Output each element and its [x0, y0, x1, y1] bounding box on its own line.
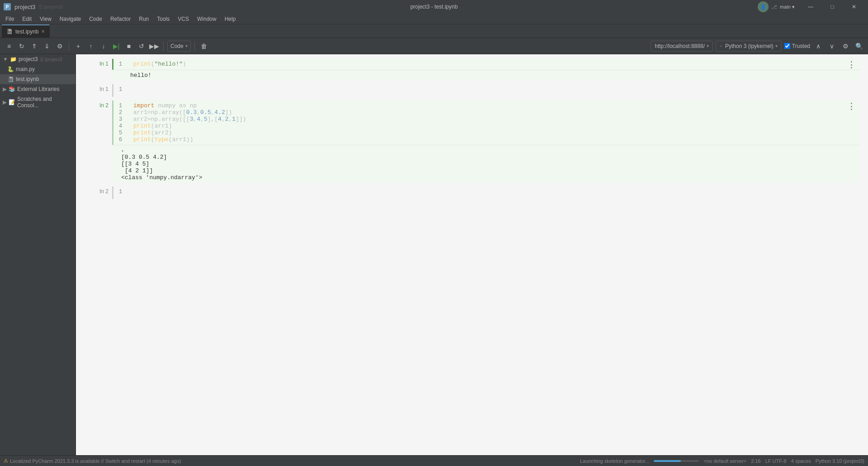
- notebook-content: In 1 1 print("hello!") hello! ⋮ In 1: [76, 54, 868, 455]
- sidebar-file-mainpy[interactable]: 🐍 main.py: [0, 64, 75, 74]
- cell-2-in: In 1: [99, 86, 108, 92]
- menu-vcs[interactable]: VCS: [174, 15, 193, 23]
- status-left: ⚠ Localized PyCharm 2021.3.3 is availabl…: [4, 458, 575, 464]
- sidebar: ▼ 📁 project3 E:\project3 🐍 main.py 📓 tes…: [0, 54, 76, 455]
- ln-3-2: 2: [119, 109, 130, 116]
- tab-label: test.ipynb: [15, 29, 38, 35]
- sidebar-file-testipynb[interactable]: 📓 test.ipynb: [0, 74, 75, 84]
- menu-run[interactable]: Run: [135, 15, 152, 23]
- ln-3-6: 6: [119, 137, 130, 143]
- menu-edit[interactable]: Edit: [19, 15, 35, 23]
- sidebar-scratches[interactable]: ▶ 📝 Scratches and Consol...: [0, 94, 75, 110]
- cell-3-line-6: 6 print(type(arr1)): [119, 136, 855, 143]
- main-content: ▼ 📁 project3 E:\project3 🐍 main.py 📓 tes…: [0, 54, 868, 455]
- move-down-btn[interactable]: ↓: [98, 41, 109, 52]
- server-label[interactable]: <no default server>: [703, 458, 746, 464]
- project-expand-icon: ▼: [3, 56, 8, 62]
- cell-3-code[interactable]: 1 import numpy as np 2 arr1=np.array([0.…: [112, 100, 859, 145]
- toolbar-separator-3: [194, 42, 195, 51]
- branch-label[interactable]: main ▾: [780, 4, 795, 10]
- warning-icon: ⚠: [4, 458, 8, 464]
- cell-3-body: 1 import numpy as np 2 arr1=np.array([0.…: [112, 100, 859, 183]
- cell-3-line-5: 5 print(arr2): [119, 129, 855, 136]
- cell-1-code[interactable]: 1 print("hello!"): [112, 59, 859, 70]
- scroll-up-btn[interactable]: ∧: [813, 41, 824, 52]
- python-version-label[interactable]: Python 3.10 (project3): [816, 458, 864, 464]
- menu-tools[interactable]: Tools: [153, 15, 173, 23]
- menu-window[interactable]: Window: [193, 15, 220, 23]
- scroll-down-btn[interactable]: ∨: [826, 41, 837, 52]
- menu-code[interactable]: Code: [85, 15, 106, 23]
- notebook-settings-btn[interactable]: ⚙: [840, 41, 851, 52]
- kernel-url-selector[interactable]: http://localhost:8888/ ▾: [651, 41, 713, 52]
- cell-2: In 1 1: [85, 84, 859, 97]
- expand-btn[interactable]: ⇓: [42, 41, 52, 52]
- cell-4-code[interactable]: 1: [112, 186, 859, 199]
- import-kw: import: [133, 102, 155, 109]
- refresh-btn[interactable]: ↻: [16, 41, 27, 52]
- menu-navigate[interactable]: Navigate: [56, 15, 85, 23]
- cell-2-code[interactable]: 1: [112, 84, 859, 97]
- cell-1-more-btn[interactable]: ⋮: [847, 61, 855, 69]
- add-cell-btn[interactable]: +: [73, 41, 84, 52]
- minimize-button[interactable]: —: [800, 0, 821, 14]
- tab-bar: 📓 test.ipynb ✕: [0, 24, 868, 38]
- launching-label: Launching skeleton generator...: [580, 458, 650, 464]
- menu-refactor[interactable]: Refactor: [107, 15, 134, 23]
- window-title: project3 - test.ipynb: [410, 4, 458, 10]
- tab-test-ipynb[interactable]: 📓 test.ipynb ✕: [2, 24, 50, 38]
- cell-3-more-btn[interactable]: ⋮: [847, 102, 855, 110]
- maximize-button[interactable]: □: [822, 0, 843, 14]
- project-name: project3: [14, 4, 35, 10]
- notebook: In 1 1 print("hello!") hello! ⋮ In 1: [76, 54, 868, 207]
- cell-type-label: Code: [170, 43, 184, 49]
- ext-icon: 📚: [9, 86, 15, 92]
- kernel-status-circle: ○: [720, 43, 722, 48]
- profile-button[interactable]: 👤: [758, 1, 769, 12]
- menu-view[interactable]: View: [36, 15, 55, 23]
- run-all-btn[interactable]: ▶▶: [149, 41, 160, 52]
- status-bar: ⚠ Localized PyCharm 2021.3.3 is availabl…: [0, 455, 868, 466]
- kernel-name-selector[interactable]: ○ Python 3 (ipykernel) ▾: [716, 41, 782, 52]
- ln-3-5: 5: [119, 130, 130, 136]
- ln-3-1: 1: [119, 103, 130, 109]
- cell-1-in: In 1: [99, 61, 108, 67]
- trusted-checkbox[interactable]: [784, 43, 790, 49]
- toolbar-separator-1: [69, 42, 69, 51]
- sidebar-project-root[interactable]: ▼ 📁 project3 E:\project3: [0, 54, 75, 64]
- restart-btn[interactable]: ↺: [136, 41, 147, 52]
- menu-file[interactable]: File: [2, 15, 18, 23]
- branch-icon: ⎇: [771, 4, 777, 10]
- cell-1: In 1 1 print("hello!") hello! ⋮: [85, 59, 859, 81]
- status-notification[interactable]: Localized PyCharm 2021.3.3 is available …: [10, 458, 181, 464]
- tab-close-button[interactable]: ✕: [41, 29, 45, 34]
- cell-3: In 2 1 import numpy as np 2 arr1=np.arra…: [85, 100, 859, 183]
- collapse-btn[interactable]: ⇑: [29, 41, 40, 52]
- clear-btn[interactable]: 🗑: [198, 41, 209, 52]
- close-button[interactable]: ✕: [844, 0, 864, 14]
- output-collapse-btn[interactable]: ▾: [121, 147, 128, 154]
- cell-4-in: In 2: [99, 188, 108, 195]
- sidebar-project-label: project3: [19, 56, 38, 62]
- dropdown-chevron: ▾: [185, 43, 188, 48]
- stop-btn[interactable]: ■: [123, 41, 134, 52]
- cell-1-output: hello!: [112, 70, 859, 81]
- settings-btn[interactable]: ⚙: [54, 41, 65, 52]
- encoding-label: LF UTF-8: [765, 458, 787, 464]
- project-tree-btn[interactable]: ≡: [4, 41, 14, 52]
- sidebar-external-libraries[interactable]: ▶ 📚 External Libraries: [0, 84, 75, 94]
- cell-1-fn: print: [133, 61, 151, 67]
- sidebar-file-testipynb-label: test.ipynb: [16, 76, 39, 82]
- cell-3-line-2: 2 arr1=np.array([0.3,0.5,4.2]): [119, 109, 855, 116]
- menu-help[interactable]: Help: [221, 15, 240, 23]
- search-btn[interactable]: 🔍: [854, 41, 864, 52]
- notebook-toolbar: ≡ ↻ ⇑ ⇓ ⚙ + ↑ ↓ ▶| ■ ↺ ▶▶ Code ▾ 🗑 http:…: [0, 38, 868, 54]
- move-up-btn[interactable]: ↑: [85, 41, 96, 52]
- cell-3-line-4: 4 print(arr1): [119, 123, 855, 129]
- run-cell-btn[interactable]: ▶|: [111, 41, 122, 52]
- title-bar: P project3 E:\project3 project3 - test.i…: [0, 0, 868, 14]
- cell-type-dropdown[interactable]: Code ▾: [167, 41, 191, 52]
- trusted-section: Trusted: [784, 43, 810, 49]
- cell-2-in-label: In 1: [85, 84, 112, 97]
- cell-4-in-label: In 2: [85, 186, 112, 199]
